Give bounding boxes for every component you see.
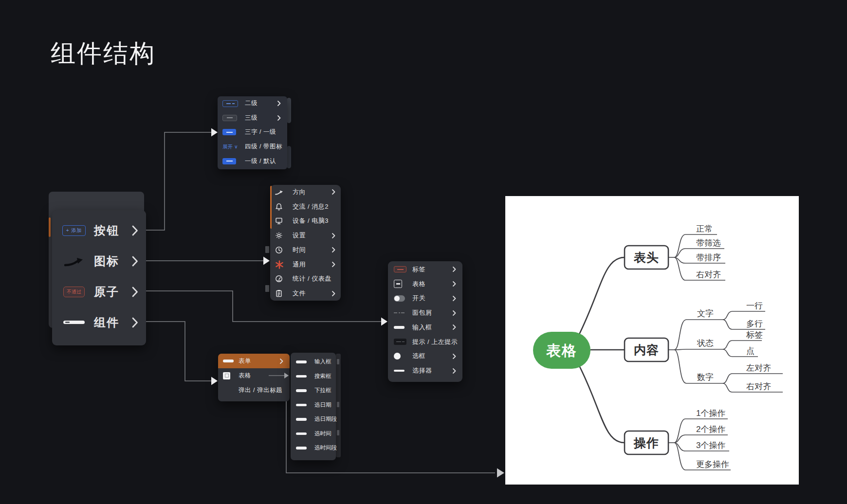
menu-item[interactable]: 图标 — [52, 246, 146, 276]
divider-bar-icon — [63, 321, 85, 324]
chevron-right-icon — [452, 324, 457, 330]
form-input-menu-panel: 输入框搜索框下拉框选日期选日期段选时间选时间段 — [291, 353, 336, 460]
menu-item-label: 下拉框 — [314, 387, 333, 394]
menu-item[interactable]: 面包屑 — [388, 306, 462, 320]
menu-item-label: 组件 — [94, 315, 127, 330]
back-panel-sliver — [287, 98, 291, 123]
menu-item[interactable]: 交流 / 消息2 — [270, 199, 341, 214]
connector-line — [146, 322, 211, 381]
dark-button-icon — [222, 115, 237, 121]
menu-item-label: 方向 — [293, 188, 328, 197]
connector-line — [146, 291, 381, 322]
occluded-text-fragment — [337, 359, 339, 364]
icon-category-menu-panel: 方向交流 / 消息2设备 / 电脑3设置时间通用统计 / 仪表盘文件 — [270, 185, 341, 301]
menu-item[interactable]: 选时间段 — [291, 441, 336, 455]
menu-item[interactable]: 下拉框 — [291, 383, 336, 398]
menu-item[interactable]: 标签 — [388, 262, 462, 277]
chevron-right-icon — [331, 189, 336, 195]
mindmap-label: 多行 — [746, 319, 763, 328]
menu-item[interactable]: 组件 — [52, 307, 146, 338]
mindmap-label: 2个操作 — [696, 425, 725, 434]
menu-item-label: 图标 — [94, 253, 127, 269]
menu-item[interactable]: 输入框 — [291, 355, 336, 369]
menu-item-label: 开关 — [412, 294, 448, 303]
menu-item-label: 选框 — [412, 352, 448, 360]
menu-item[interactable]: 一级 / 默认 — [218, 154, 287, 168]
menu-item-label: 表格 — [239, 372, 284, 380]
menu-item-label: 统计 / 仪表盘 — [293, 274, 336, 283]
gauge-icon — [275, 275, 283, 283]
menu-item-label: 选时间段 — [314, 444, 337, 451]
chevron-right-icon — [452, 266, 457, 272]
connector-line — [578, 257, 625, 336]
connector-line — [723, 311, 765, 320]
menu-item-label: 二级 — [245, 99, 274, 108]
asterisk-icon — [275, 260, 284, 269]
mindmap-label: 3个操作 — [696, 441, 725, 450]
menu-item[interactable]: 三字 / 一级 — [218, 125, 287, 140]
menu-item[interactable]: 开关 — [388, 291, 462, 306]
menu-item[interactable]: 设置 — [270, 228, 341, 243]
input-bar-icon — [223, 360, 234, 362]
menu-item[interactable]: 通用 — [270, 257, 341, 272]
menu-item[interactable]: 弹出 / 弹出标题 — [218, 383, 290, 397]
menu-item[interactable]: 设备 / 电脑3 — [270, 214, 341, 229]
menu-item[interactable]: 表单 — [218, 354, 290, 368]
expand-text-icon: 展开 ∨ — [222, 144, 238, 150]
menu-item[interactable]: 选日期段 — [291, 412, 336, 427]
chevron-right-icon — [331, 290, 336, 297]
menu-item-label: 选日期段 — [314, 415, 337, 423]
chevron-right-icon — [277, 100, 281, 107]
menu-item-label: 设备 / 电脑3 — [293, 216, 336, 225]
menu-item[interactable]: 表格 — [218, 368, 290, 383]
menu-item[interactable]: 三级 — [218, 111, 287, 126]
mindmap-label: 数字 — [697, 373, 714, 382]
circle-icon — [394, 353, 401, 360]
menu-item[interactable]: 选框 — [388, 349, 462, 364]
arrowhead-icon — [211, 377, 218, 385]
menu-item-label: 三级 — [245, 114, 274, 122]
page-title: 组件结构 — [51, 37, 156, 71]
menu-item[interactable]: + 添加按钮 — [52, 215, 146, 246]
menu-item[interactable]: 表格 — [388, 277, 462, 291]
mindmap-diagram: 表格正常带筛选带排序右对齐表头文字一行多行状态标签点数字左对齐右对齐内容1个操作… — [505, 196, 799, 485]
occluded-text-fragment — [337, 402, 339, 407]
menu-item[interactable]: 时间 — [270, 243, 341, 257]
component-group-menu-panel: 表单表格弹出 / 弹出标题 — [218, 354, 290, 401]
menu-item[interactable]: 统计 / 仪表盘 — [270, 272, 341, 287]
mindmap-label: 表格 — [546, 342, 577, 359]
menu-item[interactable]: 输入框 — [388, 320, 462, 335]
orange-accent-strip — [270, 186, 272, 229]
connector-line — [146, 132, 211, 230]
menu-item-label: 表单 — [239, 357, 276, 365]
mindmap-label: 带筛选 — [696, 238, 721, 248]
arrowhead-icon — [381, 318, 387, 326]
menu-item-label: 输入框 — [314, 358, 333, 365]
menu-item[interactable]: 方向 — [270, 185, 341, 199]
menu-item-label: 一级 / 默认 — [245, 157, 281, 165]
chevron-right-icon — [452, 353, 457, 360]
menu-item-label: 通用 — [293, 260, 328, 269]
menu-item[interactable]: 不通过原子 — [52, 276, 146, 307]
menu-item[interactable]: 二级 — [218, 96, 287, 111]
menu-item[interactable]: 选择器 — [388, 363, 462, 378]
menu-item-label: 设置 — [293, 231, 328, 240]
tooltip-icon — [394, 339, 406, 345]
menu-item[interactable]: 文件 — [270, 286, 341, 301]
input-bar-icon — [296, 404, 307, 407]
menu-item-label: 搜索框 — [314, 373, 333, 380]
menu-item[interactable]: 提示 / 上左提示 — [388, 335, 462, 349]
menu-item[interactable]: 选时间 — [291, 427, 336, 441]
gear-icon — [275, 232, 283, 239]
chevron-right-icon — [132, 225, 138, 236]
menu-item[interactable]: 搜索框 — [291, 369, 336, 384]
mindmap-label: 文字 — [697, 309, 714, 318]
chevron-right-icon — [279, 358, 284, 364]
orange-accent-strip — [49, 217, 51, 237]
bell-icon — [275, 203, 283, 211]
menu-item[interactable]: 选日期 — [291, 398, 336, 413]
menu-item-label: 时间 — [293, 246, 328, 254]
mindmap-canvas: 表格正常带筛选带排序右对齐表头文字一行多行状态标签点数字左对齐右对齐内容1个操作… — [505, 196, 799, 485]
outline-button-icon — [222, 100, 238, 107]
menu-item[interactable]: 展开 ∨四级 / 带图标 — [218, 140, 287, 154]
